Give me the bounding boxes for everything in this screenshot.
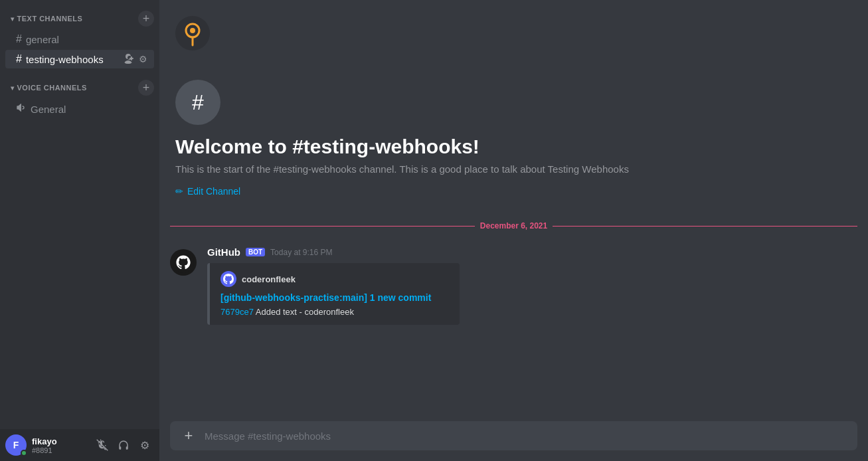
channel-name-general: general [26, 34, 59, 45]
avatar: F [5, 434, 27, 456]
date-divider-line-left [170, 226, 475, 227]
channel-item-general[interactable]: # general [5, 30, 154, 48]
add-text-channel-button[interactable]: + [138, 11, 154, 27]
sidebar: ▾ Text Channels + # general # testing-we… [0, 0, 159, 461]
message-input-wrapper: + [170, 421, 857, 450]
deafen-button[interactable] [114, 436, 133, 454]
welcome-hash-icon: # [192, 90, 204, 115]
server-logo-icon [175, 16, 210, 50]
channel-name-voice-general: General [31, 104, 66, 115]
manage-members-button[interactable] [122, 53, 134, 65]
channel-actions: ⚙ [122, 53, 149, 65]
voice-channels-chevron: ▾ [11, 84, 15, 92]
user-tag: #8891 [32, 446, 88, 454]
embed-commit-line: 7679ce7 Added text - coderonfleek [220, 307, 449, 317]
welcome-desc: This is the start of the #testing-webhoo… [175, 163, 852, 175]
channel-item-testing-webhooks[interactable]: # testing-webhooks ⚙ [5, 50, 154, 68]
message-add-button[interactable]: + [178, 421, 199, 450]
embed-commit-hash[interactable]: 7679ce7 [220, 307, 254, 317]
message-input-area: + [159, 416, 868, 461]
message-author: GitHub [207, 246, 240, 258]
date-divider: December 6, 2021 [159, 216, 868, 236]
message-header: GitHub BOT Today at 9:16 PM [207, 246, 857, 258]
date-divider-line-right [553, 226, 857, 227]
avatar-letter: F [13, 440, 19, 450]
text-channels-label-group: ▾ Text Channels [11, 15, 82, 23]
user-name: fikayo [32, 436, 88, 446]
voice-channels-label-group: ▾ Voice Channels [11, 84, 87, 92]
add-voice-channel-button[interactable]: + [138, 80, 154, 96]
edit-channel-label: Edit Channel [187, 186, 240, 197]
user-controls: ⚙ [93, 436, 154, 454]
embed-commit-message-text: Added text - coderonfleek [256, 307, 354, 317]
hash-icon-testing-webhooks: # [16, 53, 22, 65]
svg-point-3 [190, 28, 195, 33]
pencil-icon: ✏ [175, 186, 183, 197]
text-channels-header[interactable]: ▾ Text Channels + [0, 0, 159, 29]
embed-author-name: coderonfleek [242, 274, 296, 284]
hash-icon-general: # [16, 33, 22, 45]
voice-channels-header[interactable]: ▾ Voice Channels + [0, 69, 159, 98]
user-bar: F fikayo #8891 ⚙ [0, 429, 159, 461]
welcome-icon-circle: # [175, 80, 220, 125]
embed-author-avatar [220, 271, 236, 287]
channel-item-voice-general[interactable]: General [5, 99, 154, 119]
edit-channel-button[interactable]: ✏ Edit Channel [175, 186, 240, 197]
bot-badge: BOT [246, 248, 265, 256]
status-dot [21, 450, 27, 456]
message-timestamp: Today at 9:16 PM [270, 248, 332, 257]
speaker-icon [16, 102, 27, 116]
welcome-title: Welcome to #testing-webhooks! [175, 136, 852, 158]
channel-welcome: # Welcome to #testing-webhooks! This is … [159, 53, 868, 211]
text-channels-chevron: ▾ [11, 15, 15, 23]
svg-point-5 [173, 252, 194, 273]
server-icon-area [159, 0, 868, 53]
user-info: fikayo #8891 [32, 436, 88, 454]
main-content-area: # Welcome to #testing-webhooks! This is … [159, 0, 868, 416]
mute-button[interactable] [93, 436, 112, 454]
embed-author: coderonfleek [220, 271, 449, 287]
embed-title[interactable]: [github-webhooks-practise:main] 1 new co… [220, 292, 449, 303]
channel-name-testing-webhooks: testing-webhooks [26, 54, 104, 65]
github-avatar-svg [173, 252, 194, 273]
text-channels-label: Text Channels [17, 15, 83, 23]
message-avatar [170, 249, 197, 276]
message-input[interactable] [205, 421, 849, 450]
date-divider-text: December 6, 2021 [480, 221, 547, 230]
message-group: GitHub BOT Today at 9:16 PM coderonfleek… [159, 241, 868, 330]
user-settings-button[interactable]: ⚙ [135, 436, 154, 454]
voice-channels-label: Voice Channels [17, 84, 87, 92]
main-panel: # Welcome to #testing-webhooks! This is … [159, 0, 868, 461]
embed-card: coderonfleek [github-webhooks-practise:m… [207, 263, 460, 325]
channel-settings-button[interactable]: ⚙ [137, 53, 149, 65]
embed-author-avatar-icon [223, 274, 234, 284]
